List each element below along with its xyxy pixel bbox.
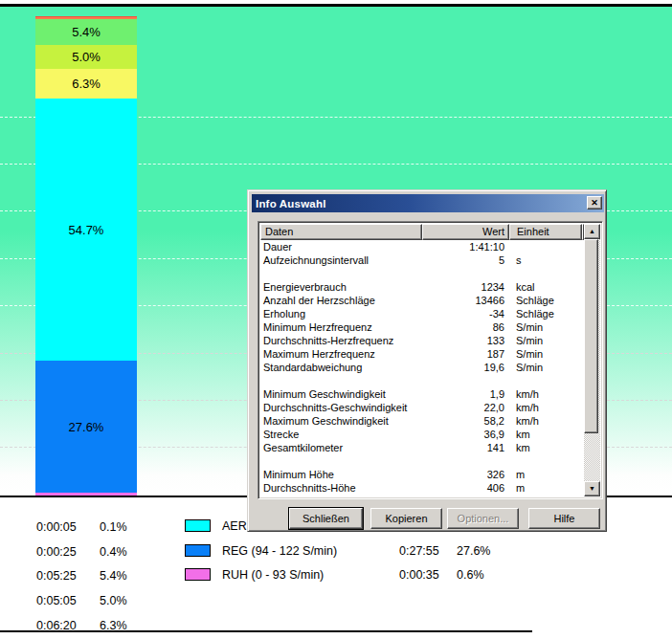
legend-zone-label: AER	[222, 519, 247, 533]
row-unit: S/min	[509, 361, 582, 374]
stacked-bar: 5.4%5.0%6.3%54.7%27.6%	[35, 16, 137, 496]
row-unit: m	[509, 495, 582, 496]
row-name: Maximum Höhe	[260, 495, 422, 496]
row-value: 86	[422, 320, 509, 334]
row-unit: km/h	[509, 414, 582, 428]
bar-segment-label: 5.4%	[72, 25, 101, 39]
row-name: Aufzeichnungsintervall	[260, 253, 422, 267]
data-row: Durchschnitts-Höhe406m	[260, 481, 584, 495]
data-row: Durchschnitts-Herzfrequenz133S/min	[260, 334, 584, 347]
row-unit	[509, 267, 582, 280]
row-value: 1,9	[422, 387, 509, 401]
data-row: Gesamtkilometer141km	[260, 441, 584, 454]
vertical-scrollbar[interactable]: ▲ ▼	[584, 224, 600, 496]
data-listview: Daten Wert Einheit Dauer1:41:10Aufzeichn…	[258, 221, 603, 499]
row-name: Minimum Herzfrequenz	[260, 320, 422, 334]
data-row	[260, 454, 584, 468]
bar-segment: 27.6%	[35, 361, 137, 493]
data-row: Maximum Höhe534m	[260, 495, 584, 496]
row-value: 22,0	[422, 401, 509, 414]
row-unit: km/h	[509, 387, 582, 401]
row-name: Anzahl der Herzschläge	[260, 294, 422, 307]
dialog-titlebar[interactable]: Info Auswahl ✕	[252, 194, 604, 212]
data-row: Erholung-34Schläge	[260, 307, 584, 320]
legend-color-swatch	[185, 544, 211, 557]
row-name: Standardabweichung	[260, 361, 422, 374]
bar-segment-label: 54.7%	[69, 223, 104, 237]
scroll-up-icon: ▲	[589, 228, 595, 234]
data-row: Energieverbrauch1234kcal	[260, 280, 584, 294]
scrollbar-thumb[interactable]	[584, 239, 598, 433]
scroll-down-icon: ▼	[589, 485, 595, 492]
row-unit: Schläge	[509, 307, 582, 320]
optionen-button: Optionen...	[447, 508, 519, 529]
row-unit: km	[509, 428, 582, 441]
row-name: Erholung	[260, 307, 422, 320]
row-unit	[509, 374, 582, 387]
column-header-wert[interactable]: Wert	[422, 224, 509, 240]
data-row	[260, 374, 584, 387]
bar-segment: 5.0%	[35, 45, 137, 69]
hilfe-button[interactable]: Hilfe	[528, 508, 600, 529]
row-unit: m	[509, 468, 582, 481]
row-value: 19,6	[422, 361, 509, 374]
column-header-einheit[interactable]: Einheit	[509, 224, 582, 240]
legend-zone-row: REG (94 - 122 S/min)0:27:5527.6%	[0, 544, 672, 559]
row-unit	[509, 240, 582, 253]
row-name: Durchschnitts-Höhe	[260, 481, 422, 495]
kopieren-button[interactable]: Kopieren	[370, 508, 442, 529]
row-unit: S/min	[509, 347, 582, 361]
bar-segment-label: 6.3%	[72, 77, 101, 91]
row-unit: s	[509, 253, 582, 267]
column-header-daten[interactable]: Daten	[260, 224, 422, 240]
row-unit	[509, 454, 582, 468]
row-value: 133	[422, 334, 509, 347]
row-value: 36,9	[422, 428, 509, 441]
legend-time: 0:27:55	[399, 544, 449, 558]
legend-zone-label: REG (94 - 122 S/min)	[222, 544, 337, 558]
row-value: 141	[422, 441, 509, 454]
row-name: Maximum Herzfrequenz	[260, 347, 422, 361]
schliessen-button[interactable]: Schließen	[289, 508, 363, 529]
row-name: Durchschnitts-Herzfrequenz	[260, 334, 422, 347]
row-name	[260, 267, 422, 280]
row-unit: S/min	[509, 320, 582, 334]
row-unit: kcal	[509, 280, 582, 294]
bar-segment-label: 5.0%	[72, 50, 101, 64]
legend-time: 0:05:05	[36, 594, 86, 607]
row-value: 58,2	[422, 414, 509, 428]
data-row: Maximum Geschwindigkeit58,2km/h	[260, 414, 584, 428]
close-button[interactable]: ✕	[587, 196, 602, 209]
bar-segment: 54.7%	[35, 99, 137, 361]
data-row	[260, 267, 584, 280]
row-value: 406	[422, 481, 509, 495]
listview-content: Daten Wert Einheit Dauer1:41:10Aufzeichn…	[260, 224, 584, 496]
row-name: Gesamtkilometer	[260, 441, 422, 454]
row-value: 5	[422, 253, 509, 267]
legend-time: 0:00:35	[399, 568, 449, 582]
dialog-title: Info Auswahl	[252, 198, 326, 209]
row-name	[260, 454, 422, 468]
data-row: Dauer1:41:10	[260, 240, 584, 253]
legend-time-row: 0:05:055.0%	[36, 593, 127, 607]
row-value: 1:41:10	[422, 240, 509, 253]
scrollbar-track[interactable]	[584, 239, 600, 481]
row-value	[422, 454, 509, 468]
scroll-down-button[interactable]: ▼	[584, 481, 600, 496]
row-unit: km/h	[509, 401, 582, 414]
row-value: -34	[422, 307, 509, 320]
row-value	[422, 267, 509, 280]
data-row: Anzahl der Herzschläge13466Schläge	[260, 294, 584, 307]
row-unit: Schläge	[509, 294, 582, 307]
data-row: Aufzeichnungsintervall5s	[260, 253, 584, 267]
row-name: Dauer	[260, 240, 422, 253]
row-name: Strecke	[260, 428, 422, 441]
row-value: 187	[422, 347, 509, 361]
row-name	[260, 374, 422, 387]
row-value: 13466	[422, 294, 509, 307]
row-name: Energieverbrauch	[260, 280, 422, 294]
scroll-up-button[interactable]: ▲	[584, 224, 600, 239]
row-unit: km	[509, 441, 582, 454]
legend-percent: 5.0%	[100, 594, 127, 607]
legend-percent: 0.6%	[457, 568, 484, 582]
